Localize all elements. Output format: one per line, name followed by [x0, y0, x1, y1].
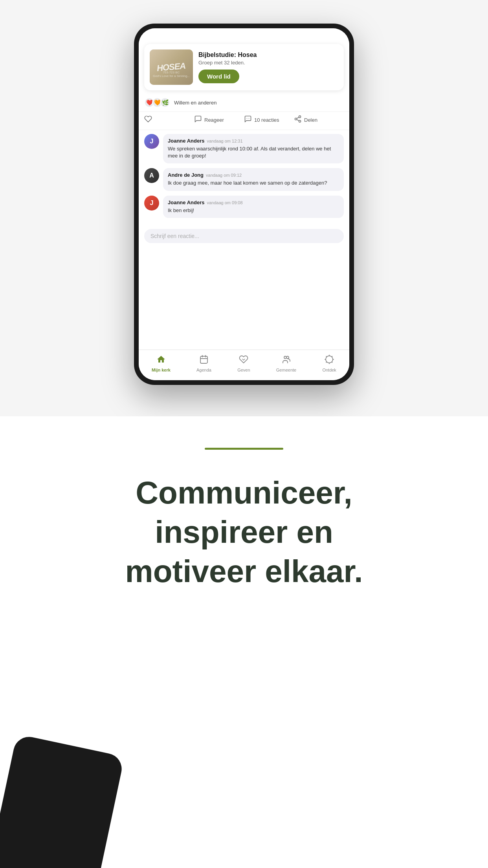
headline-line3: motiveer elkaar. — [125, 554, 363, 589]
svg-point-11 — [284, 356, 286, 359]
nav-geven[interactable]: Geven — [237, 355, 250, 372]
svg-point-12 — [286, 356, 289, 359]
dark-phone-corner — [0, 734, 125, 868]
share-icon — [294, 115, 302, 125]
comment-item: A Andre de Jong vandaag om 09:12 Ik doe … — [144, 168, 344, 190]
join-button[interactable]: Word lid — [198, 70, 239, 83]
green-emoji: 🌿 — [160, 97, 170, 108]
svg-line-16 — [326, 356, 327, 357]
comment-author: Andre de Jong — [168, 172, 204, 178]
comment-header: Andre de Jong vandaag om 09:12 — [168, 172, 339, 178]
reaction-emoji: ❤️ 🧡 🌿 — [144, 97, 170, 108]
comment-header: Joanne Anders vandaag om 12:31 — [168, 138, 339, 144]
svg-line-17 — [332, 362, 332, 362]
reactions-row: ❤️ 🧡 🌿 Willem en anderen — [139, 95, 349, 112]
accent-line — [205, 448, 283, 450]
screen-content[interactable]: HOSEA 753-723 BCGod's Love for a Sinning… — [139, 39, 349, 350]
give-icon — [239, 355, 248, 366]
avatar: J — [144, 134, 159, 149]
comment-time: vandaag om 09:08 — [207, 200, 242, 205]
avatar: J — [144, 196, 159, 211]
svg-line-20 — [326, 362, 327, 362]
comment-time: vandaag om 09:12 — [206, 173, 242, 178]
svg-rect-7 — [200, 356, 207, 363]
home-icon — [156, 355, 166, 366]
reactions-count-label: 10 reacties — [254, 117, 279, 123]
headline: Communiceer, inspireer en motiveer elkaa… — [125, 473, 363, 591]
reply-placeholder: Schrijf een reactie... — [150, 233, 199, 239]
phone-section: HOSEA 753-723 BCGod's Love for a Sinning… — [0, 0, 488, 416]
svg-line-6 — [297, 117, 299, 118]
comment-item: J Joanne Anders vandaag om 09:08 Ik ben … — [144, 196, 344, 218]
comment-action[interactable]: Reageer — [194, 115, 244, 125]
comment-bubble: Joanne Anders vandaag om 09:08 Ik ben er… — [163, 196, 344, 218]
share-label: Delen — [304, 117, 317, 123]
comment-author: Joanne Anders — [168, 138, 204, 144]
headline-line1: Communiceer, — [136, 475, 352, 510]
nav-geven-label: Geven — [237, 368, 250, 372]
group-info: Bijbelstudie: Hosea Groep met 32 leden. … — [198, 51, 338, 83]
reactions-action[interactable]: 10 reacties — [244, 115, 294, 125]
comment-item: J Joanne Anders vandaag om 12:31 We spre… — [144, 134, 344, 163]
nav-mijn-kerk[interactable]: Mijn kerk — [152, 355, 171, 372]
action-bar: Reageer 10 reacties — [139, 112, 349, 130]
comment-bubble: Joanne Anders vandaag om 12:31 We spreke… — [163, 134, 344, 163]
svg-line-21 — [332, 356, 332, 357]
comment-text: Ik ben erbij! — [168, 207, 339, 214]
comment-bubble: Andre de Jong vandaag om 09:12 Ik doe gr… — [163, 168, 344, 190]
bottom-section: Communiceer, inspireer en motiveer elkaa… — [0, 416, 488, 868]
explore-icon — [325, 355, 334, 366]
comment-author: Joanne Anders — [168, 200, 204, 205]
comment-text: Ik doe graag mee, maar hoe laat komen we… — [168, 179, 339, 187]
svg-line-5 — [297, 119, 299, 121]
nav-gemeente[interactable]: Gemeente — [276, 355, 296, 372]
comment-text: We spreken waarschijnlijk rond 10:00 af.… — [168, 145, 339, 159]
group-image: HOSEA 753-723 BCGod's Love for a Sinning… — [150, 49, 193, 85]
nav-ontdek[interactable]: Ontdek — [322, 355, 336, 372]
comment-icon — [194, 115, 202, 125]
group-card: HOSEA 753-723 BCGod's Love for a Sinning… — [144, 44, 344, 90]
reactions-text: Willem en anderen — [174, 100, 216, 106]
avatar: A — [144, 168, 159, 183]
nav-agenda[interactable]: Agenda — [196, 355, 211, 372]
comment-label: Reageer — [204, 117, 224, 123]
community-icon — [282, 355, 291, 366]
phone-screen: HOSEA 753-723 BCGod's Love for a Sinning… — [139, 28, 349, 380]
reply-input[interactable]: Schrijf een reactie... — [144, 229, 344, 243]
like-action[interactable] — [144, 115, 194, 125]
phone-frame: HOSEA 753-723 BCGod's Love for a Sinning… — [134, 24, 354, 385]
heart-icon — [144, 115, 152, 125]
comments-section: J Joanne Anders vandaag om 12:31 We spre… — [139, 130, 349, 227]
svg-point-0 — [247, 118, 248, 119]
bottom-nav: Mijn kerk Agenda — [139, 350, 349, 380]
calendar-icon — [199, 355, 209, 366]
share-action[interactable]: Delen — [294, 115, 344, 125]
group-subtitle: Groep met 32 leden. — [198, 60, 338, 66]
nav-ontdek-label: Ontdek — [322, 368, 336, 372]
nav-agenda-label: Agenda — [196, 368, 211, 372]
comment-header: Joanne Anders vandaag om 09:08 — [168, 200, 339, 205]
group-title: Bijbelstudie: Hosea — [198, 51, 338, 59]
nav-mijn-kerk-label: Mijn kerk — [152, 368, 171, 372]
svg-point-1 — [249, 118, 250, 119]
nav-gemeente-label: Gemeente — [276, 368, 296, 372]
comment-time: vandaag om 12:31 — [207, 139, 242, 143]
group-image-subtext: 753-723 BCGod's Love for a Sinning... — [153, 71, 190, 78]
reactions-icon — [244, 115, 252, 125]
headline-line2: inspireer en — [155, 515, 333, 549]
status-bar — [139, 28, 349, 39]
